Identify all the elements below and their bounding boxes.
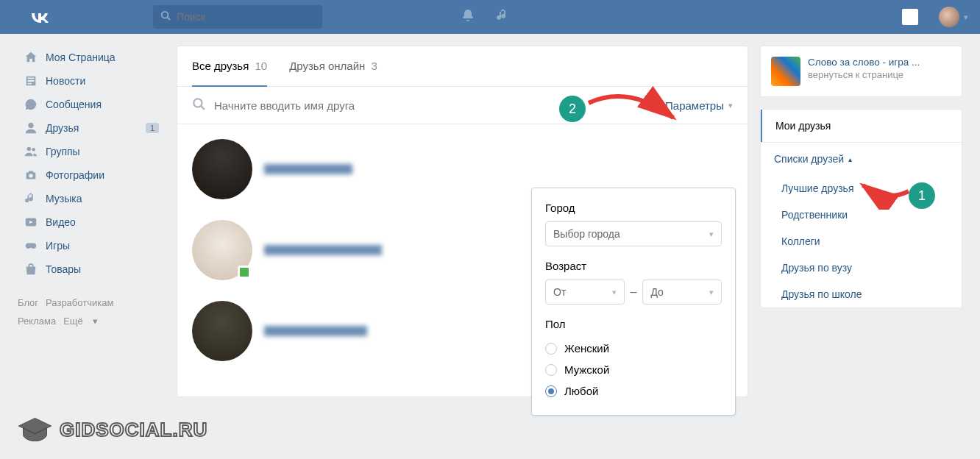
nav-groups[interactable]: Группы: [18, 140, 165, 163]
footer-dev[interactable]: Разработчикам: [46, 297, 113, 308]
city-select[interactable]: Выбор города▾: [545, 221, 722, 246]
friend-name-blurred: [264, 245, 382, 255]
nav-my-page[interactable]: Моя Страница: [18, 46, 165, 69]
chevron-up-icon: ▴: [848, 155, 852, 163]
search-icon: [192, 97, 205, 113]
list-university[interactable]: Друзья по вузу: [761, 255, 962, 281]
chevron-down-icon: ▾: [964, 13, 968, 22]
annotation-marker-1: 1: [909, 182, 935, 209]
footer-blog[interactable]: Блог: [18, 297, 38, 308]
radio-female[interactable]: Женский: [545, 338, 722, 359]
watermark: GIDSOCIAL.RU: [15, 415, 207, 444]
search-input[interactable]: [177, 11, 315, 23]
nav-video[interactable]: Видео: [18, 210, 165, 234]
profile-menu[interactable]: ▾: [939, 7, 968, 27]
svg-point-1: [28, 123, 33, 128]
radio-male[interactable]: Мужской: [545, 359, 722, 380]
video-icon: [24, 215, 38, 230]
app-card[interactable]: Слово за слово - игра ... вернуться к ст…: [760, 46, 962, 97]
friend-avatar[interactable]: [192, 301, 252, 361]
svg-point-2: [27, 147, 31, 151]
friends-badge: 1: [146, 123, 159, 133]
svg-point-5: [193, 99, 202, 107]
right-sidebar: Слово за слово - игра ... вернуться к ст…: [760, 46, 962, 397]
top-header: ▾: [0, 0, 980, 34]
camera-icon: [24, 168, 38, 182]
friend-avatar[interactable]: [192, 220, 252, 280]
friend-name-blurred: [264, 326, 367, 336]
my-friends-title[interactable]: Мои друзья: [761, 110, 962, 142]
nav-music[interactable]: Музыка: [18, 187, 165, 210]
header-square[interactable]: [902, 9, 918, 25]
app-subtitle: вернуться к странице: [808, 69, 920, 80]
gender-label: Пол: [545, 318, 722, 330]
app-title: Слово за слово - игра ...: [808, 57, 920, 68]
age-from-select[interactable]: От▾: [545, 280, 625, 305]
tab-online-friends[interactable]: Друзья онлайн 3: [289, 46, 377, 86]
home-icon: [24, 50, 38, 65]
footer-ads[interactable]: Реклама: [18, 316, 56, 327]
city-label: Город: [545, 202, 722, 214]
footer-more[interactable]: Ещё ▾: [63, 316, 98, 327]
avatar: [939, 7, 959, 27]
gamepad-icon: [24, 238, 38, 253]
search-icon: [160, 10, 171, 24]
annotation-arrow-2: [585, 81, 681, 129]
list-school[interactable]: Друзья по школе: [761, 281, 962, 307]
nav-market[interactable]: Товары: [18, 257, 165, 281]
header-search[interactable]: [153, 5, 322, 29]
left-sidebar: Моя Страница Новости Сообщения Друзья1 Г…: [18, 46, 165, 397]
tab-all-friends[interactable]: Все друзья 10: [192, 46, 267, 87]
nav-photos[interactable]: Фотографии: [18, 163, 165, 187]
annotation-arrow-1: [857, 177, 916, 210]
online-indicator: [238, 266, 251, 279]
chevron-down-icon: ▾: [709, 230, 714, 239]
bag-icon: [24, 262, 38, 277]
age-label: Возраст: [545, 260, 722, 272]
note-icon: [24, 191, 38, 206]
nav-friends[interactable]: Друзья1: [18, 116, 165, 140]
footer-links: БлогРазработчикам РекламаЕщё ▾: [18, 294, 165, 330]
list-colleagues[interactable]: Коллеги: [761, 228, 962, 255]
svg-point-3: [32, 148, 35, 152]
message-icon: [24, 97, 38, 112]
nav-news[interactable]: Новости: [18, 69, 165, 93]
annotation-marker-2: 2: [559, 96, 586, 122]
friend-avatar[interactable]: [192, 139, 252, 199]
user-icon: [24, 121, 38, 135]
nav-games[interactable]: Игры: [18, 234, 165, 257]
gradcap-icon: [15, 415, 55, 444]
friend-name-blurred: [264, 164, 352, 174]
news-icon: [24, 74, 38, 88]
nav-messages[interactable]: Сообщения: [18, 93, 165, 116]
group-icon: [24, 144, 38, 159]
chevron-down-icon: ▾: [728, 101, 733, 110]
friends-lists-header[interactable]: Списки друзей▴: [761, 143, 962, 175]
vk-logo[interactable]: [29, 6, 50, 29]
age-to-select[interactable]: До▾: [642, 280, 722, 305]
radio-any[interactable]: Любой: [545, 380, 722, 402]
params-dropdown: Город Выбор города▾ Возраст От▾ – До▾ По…: [531, 188, 736, 416]
notifications-icon[interactable]: [461, 8, 475, 26]
app-icon: [771, 57, 800, 86]
music-icon[interactable]: [496, 8, 511, 26]
svg-point-0: [162, 12, 168, 18]
